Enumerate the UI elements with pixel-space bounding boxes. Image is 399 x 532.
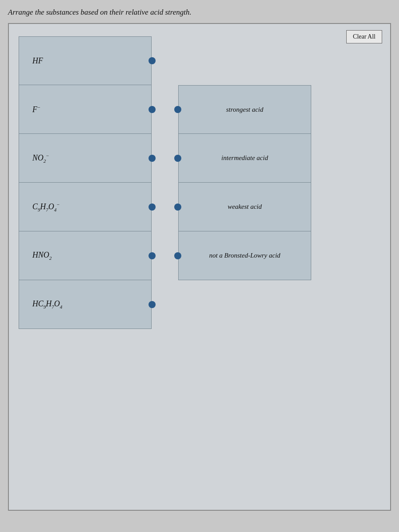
connector-dot-right-hf[interactable] xyxy=(149,57,156,64)
columns-wrapper: HF F− NO2− C9H7O4− HNO2 xyxy=(19,36,380,329)
substance-label-no2: NO2− xyxy=(32,153,49,164)
connector-dot-left-intermediate[interactable] xyxy=(174,155,181,162)
connector-dot-right-no2[interactable] xyxy=(149,155,156,162)
substance-card-hc9h7o4[interactable]: HC9H7O4 xyxy=(19,280,152,329)
category-card-strongest[interactable]: strongest acid xyxy=(178,85,311,134)
connector-dot-left-not-bronsted[interactable] xyxy=(174,252,181,259)
main-container: Clear All HF F− NO2− C9H7O4− xyxy=(8,23,391,511)
substance-card-hno2[interactable]: HNO2 xyxy=(19,231,152,280)
substance-label-f: F− xyxy=(32,105,40,114)
right-column: strongest acid intermediate acid weakest… xyxy=(178,85,311,329)
category-label-not-bronsted: not a Bronsted-Lowry acid xyxy=(209,252,281,259)
substance-label-hc9h7o4: HC9H7O4 xyxy=(32,299,63,309)
substance-card-c9h7o4[interactable]: C9H7O4− xyxy=(19,183,152,231)
substance-label-hf: HF xyxy=(32,56,43,66)
connector-dot-right-c9h7o4[interactable] xyxy=(149,203,156,211)
substance-label-c9h7o4: C9H7O4− xyxy=(32,202,60,212)
connector-dot-right-hno2[interactable] xyxy=(149,252,156,259)
category-label-weakest: weakest acid xyxy=(227,203,262,211)
category-label-intermediate: intermediate acid xyxy=(221,154,268,162)
category-card-intermediate[interactable]: intermediate acid xyxy=(178,134,311,183)
category-label-strongest: strongest acid xyxy=(226,106,263,113)
page-title: Arrange the substances based on their re… xyxy=(8,8,391,17)
substance-card-f[interactable]: F− xyxy=(19,85,152,134)
substance-card-hf[interactable]: HF xyxy=(19,36,152,85)
connector-dot-left-weakest[interactable] xyxy=(174,203,181,211)
connector-dot-right-f[interactable] xyxy=(149,106,156,113)
category-card-weakest[interactable]: weakest acid xyxy=(178,183,311,231)
category-card-not-bronsted[interactable]: not a Bronsted-Lowry acid xyxy=(178,231,311,280)
substance-card-no2[interactable]: NO2− xyxy=(19,134,152,183)
left-column: HF F− NO2− C9H7O4− HNO2 xyxy=(19,36,152,329)
substance-label-hno2: HNO2 xyxy=(32,250,52,261)
connector-dot-right-hc9h7o4[interactable] xyxy=(149,301,156,308)
connector-dot-left-strongest[interactable] xyxy=(174,106,181,113)
clear-all-button[interactable]: Clear All xyxy=(346,30,382,43)
